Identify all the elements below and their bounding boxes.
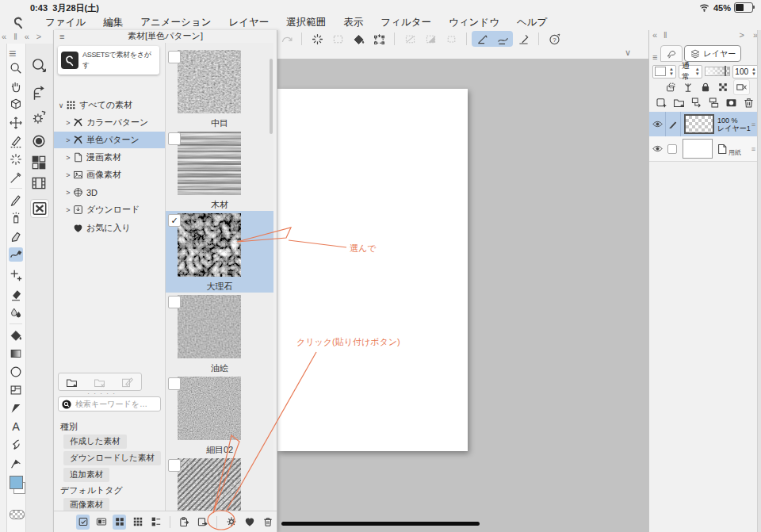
expander-icon[interactable]: > [64,136,72,144]
new-folder-button[interactable] [65,376,79,388]
tool-airbrush[interactable] [9,211,23,225]
fill-button[interactable] [348,31,369,47]
material-item-mokuzai[interactable]: 木材 [166,129,273,211]
enable-mask-icon[interactable] [733,79,750,95]
menu-selection[interactable]: 選択範囲 [277,16,335,29]
menu-animation[interactable]: アニメーション [132,16,220,29]
tool-line-correction[interactable] [9,456,23,470]
tree-item-image-material[interactable]: > 画像素材 [54,166,175,183]
selection-gradient-button[interactable] [420,31,441,47]
paste-as-new-layer-button[interactable] [196,515,209,530]
material-panel-menu-icon[interactable]: ≡ [59,31,64,43]
menu-help[interactable]: ヘルプ [508,16,556,29]
material-list-scrollbar[interactable] [270,59,273,134]
delete-folder-button[interactable] [93,376,107,388]
expander-icon[interactable]: > [64,206,72,214]
tool-palette-menu-icon[interactable]: ≡ [9,47,16,54]
tag-created-materials[interactable]: 作成した素材 [63,434,127,449]
material-item-nakame[interactable]: 中目 [166,48,273,129]
tree-item-manga-material[interactable]: > 漫画素材 [54,149,175,166]
tool-frame-border[interactable] [9,383,23,397]
tool-blend[interactable] [9,306,23,320]
paste-material-button[interactable] [178,515,191,530]
collapse-left-icon[interactable]: « [2,32,6,43]
home-indicator[interactable] [281,522,480,526]
material-checkbox[interactable] [168,377,181,390]
auto-action-icon[interactable] [30,109,48,126]
foreground-color-chip[interactable] [10,476,23,489]
expander-icon[interactable]: ∨ [57,101,65,109]
material-checkbox[interactable] [168,51,181,63]
new-raster-layer-icon[interactable] [654,95,669,109]
thumbnail-check-view-button[interactable] [76,515,90,530]
material-checkbox[interactable] [168,132,181,145]
edit-material-button[interactable] [120,376,135,388]
expand-chevron-icon[interactable]: > [740,30,744,40]
clip-below-icon[interactable] [663,80,679,94]
tree-item-mono-pattern[interactable]: > 単色パターン [54,132,175,148]
tool-marker[interactable] [9,229,23,243]
collapse-left2-icon[interactable]: « [25,32,29,43]
tree-item-all-materials[interactable]: ∨ すべての素材 [54,97,168,113]
select-launcher-button[interactable] [307,31,327,47]
tool-fill[interactable] [9,328,23,343]
material-item-partial[interactable] [166,456,273,511]
layer-row-layer1[interactable]: 100 % レイヤー1 ≡ [649,112,758,137]
layer-thumbnail[interactable] [684,114,714,134]
tool-mapping-pen[interactable] [9,247,23,262]
display-area-icon[interactable] [30,132,48,150]
layer-row-paper[interactable]: 用紙 ≡ [649,136,758,162]
layer-drag-handle[interactable]: ≡ [751,145,755,153]
tool-balloon[interactable] [9,438,23,452]
layer-visible-eye-icon[interactable] [649,143,665,155]
menu-edit[interactable]: 編集 [94,16,132,29]
clip-studio-logo[interactable] [11,15,25,29]
opacity-stepper[interactable]: 100▲▼ [732,65,759,78]
grid-large-view-button[interactable] [113,515,126,530]
material-favorite-button[interactable] [243,515,256,530]
deselect-box-icon[interactable] [30,199,49,218]
opacity-slider[interactable] [705,67,731,76]
tag-added-materials[interactable]: 追加素材 [63,468,109,482]
menu-layer[interactable]: レイヤー [220,16,277,29]
layer-panel-scrollbar[interactable] [757,30,761,532]
snap-ruler-button[interactable] [472,31,492,47]
layer-thumbnail[interactable] [683,139,713,159]
menu-file[interactable]: ファイル [36,16,94,29]
selection-line-button[interactable] [400,31,420,47]
delete-layer-icon[interactable] [741,95,756,109]
list-view-button[interactable] [149,515,163,530]
transparent-color-chip[interactable] [10,510,25,519]
drag-handle-icon[interactable]: ‖ [663,30,667,40]
animation-icon[interactable] [30,174,48,192]
material-settings-button[interactable] [224,515,238,530]
deselect-button[interactable] [327,31,348,47]
undo-history-icon[interactable] [30,85,48,102]
merge-to-lower-icon[interactable] [706,95,721,109]
collapse-left-icon[interactable]: « [652,30,657,40]
tree-item-3d[interactable]: > 3D [54,184,175,201]
menu-filter[interactable]: フィルター [372,16,440,29]
blend-mode-dropdown[interactable]: 通常▲▼ [679,65,702,78]
tool-pan-hand[interactable] [9,79,23,94]
snap-guide-button[interactable] [513,31,533,47]
menu-window[interactable]: ウィンドウ [440,16,508,29]
tool-move-layer[interactable] [9,116,23,130]
tab-layer[interactable]: レイヤー [684,45,741,62]
expander-icon[interactable]: > [64,171,72,179]
menu-view[interactable]: 表示 [335,16,372,29]
expand-right-icon[interactable]: > [36,32,41,43]
tool-selection-pen[interactable] [9,134,23,148]
help-button[interactable] [544,31,564,47]
grid-icon[interactable] [30,154,48,171]
canvas-collapse-chevron-icon[interactable]: ∨ [625,48,631,58]
tab-layer-property[interactable] [660,45,683,62]
grid-small-view-button[interactable] [131,515,144,530]
tool-figure[interactable] [9,365,23,379]
material-item-saime02[interactable]: 細目02 [166,374,273,456]
layer-mask-icon[interactable] [724,95,739,109]
tree-item-download[interactable]: > ダウンロード [54,201,175,218]
tool-pen[interactable] [9,193,23,207]
tool-text[interactable] [9,419,23,434]
tool-polyline[interactable] [9,401,23,415]
